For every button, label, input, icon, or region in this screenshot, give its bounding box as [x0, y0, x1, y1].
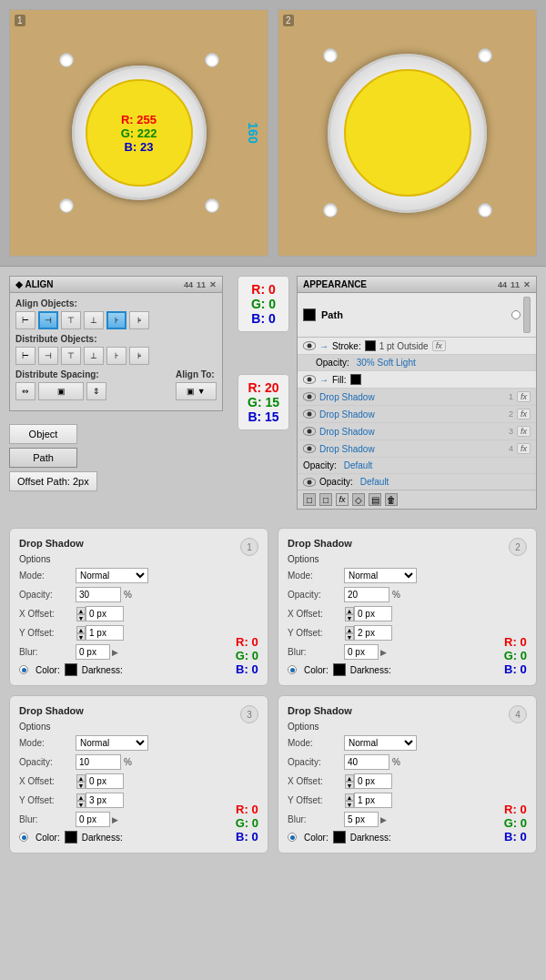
shadow2-blur-arrow[interactable]: ▶: [380, 648, 387, 657]
app-more-icon[interactable]: ▤: [369, 493, 381, 506]
shadow4-color-row: Color: Darkness:: [288, 831, 527, 844]
align-left-btn[interactable]: ⊢: [15, 311, 35, 329]
app-scrollbar[interactable]: [523, 297, 531, 333]
middle-section: ◆ ALIGN 44 11 ✕ Align Objects: ⊢ ⊣ ⊤ ⊥ ⊦…: [0, 267, 546, 519]
app-ds4-link[interactable]: Drop Shadow: [319, 444, 375, 454]
app-stroke-label[interactable]: →: [319, 341, 329, 351]
dist-center-v-btn[interactable]: ⊦: [106, 347, 126, 365]
align-title: ◆ ALIGN: [15, 279, 54, 289]
app-ds1-link[interactable]: Drop Shadow: [319, 392, 375, 402]
dist-top-btn[interactable]: ⊥: [84, 347, 104, 365]
app-ctrl-11: 11: [511, 280, 520, 289]
offset-path-button[interactable]: Offset Path: 2px: [9, 471, 97, 491]
app-path-label: Path: [321, 309, 343, 320]
app-opacity2-value[interactable]: Default: [344, 460, 373, 470]
shadow2-y-stepper[interactable]: ▲▼: [345, 626, 354, 641]
dist-center-h-btn[interactable]: ⊣: [38, 347, 58, 365]
shadow2-x-input[interactable]: [354, 606, 392, 621]
shadow3-blur-input[interactable]: [76, 812, 110, 827]
shadow2-x-row: X Offset: ▲▼: [288, 606, 527, 621]
app-bottom-bar: □ □ fx ◇ ▤ 🗑: [298, 490, 536, 509]
align-bottom-btn[interactable]: ⊧: [129, 311, 149, 329]
eye-stroke-icon[interactable]: [303, 341, 316, 350]
shadow4-y-input[interactable]: [354, 793, 392, 808]
close-icon[interactable]: ✕: [209, 280, 217, 289]
shadow4-mode-select[interactable]: Normal: [344, 735, 417, 751]
shadow1-blur-arrow[interactable]: ▶: [112, 648, 118, 657]
eye-ds2-icon[interactable]: [303, 409, 316, 419]
dist-right-btn[interactable]: ⊤: [61, 347, 81, 365]
shadow4-blur-input[interactable]: [344, 812, 379, 827]
app-fill-arrow[interactable]: →: [319, 375, 329, 385]
shadow1-blur-row: Blur: ▶: [19, 644, 258, 660]
eye-fill-icon[interactable]: [303, 375, 316, 384]
shadow2-blur-input[interactable]: [344, 644, 379, 660]
app-stroke-color[interactable]: [365, 340, 376, 351]
shadow3-color-radio[interactable]: [19, 833, 28, 842]
align-center-h-btn[interactable]: ⊣: [38, 311, 58, 329]
shadow2-rgb-box: R: 0 G: 0 B: 0: [504, 635, 527, 676]
shadow2-color-box[interactable]: [333, 663, 346, 676]
app-close-icon[interactable]: ✕: [523, 280, 531, 289]
shadow1-opacity-input[interactable]: [76, 587, 121, 602]
shadow1-color-radio[interactable]: [19, 665, 28, 674]
eye-ds3-icon[interactable]: [303, 427, 316, 436]
shadow3-mode-select[interactable]: Normal: [76, 735, 148, 751]
shadow4-x-stepper[interactable]: ▲▼: [345, 774, 354, 789]
shadow3-opacity-input[interactable]: [76, 754, 121, 770]
shadow2-mode-select[interactable]: Normal: [344, 568, 417, 583]
eye-ds4-icon[interactable]: [303, 444, 316, 453]
app-ds2-link[interactable]: Drop Shadow: [319, 409, 375, 419]
eye-opacity3-icon[interactable]: [303, 478, 316, 487]
shadow3-blur-area: ▶: [76, 812, 118, 827]
shadow2-color-radio[interactable]: [288, 665, 297, 674]
path-button[interactable]: Path: [9, 448, 77, 468]
canvas-panel-1: 1 160 ◄ ► 160: [9, 9, 268, 257]
app-add-icon[interactable]: □: [303, 493, 316, 506]
align-center-v-btn[interactable]: ⊦: [106, 311, 126, 329]
shadow4-color-box[interactable]: [333, 831, 346, 844]
shadow3-y-stepper[interactable]: ▲▼: [76, 793, 86, 808]
app-opacity1-label: Opacity:: [316, 358, 349, 368]
shadow4-y-stepper[interactable]: ▲▼: [345, 793, 354, 808]
dist-spacing-v-btn[interactable]: ⇕: [86, 382, 106, 400]
app-ds3-link[interactable]: Drop Shadow: [319, 427, 375, 437]
shadow1-y-input[interactable]: [86, 625, 124, 641]
shadow4-opacity-input[interactable]: [344, 754, 389, 770]
shadow1-blur-input[interactable]: [76, 644, 110, 660]
shadow1-color-box[interactable]: [65, 663, 77, 676]
shadow3-x-stepper[interactable]: ▲▼: [76, 774, 86, 789]
shadow4-blur-arrow[interactable]: ▶: [380, 815, 387, 824]
align-to-dropdown[interactable]: ▣ ▼: [176, 382, 217, 400]
shadow1-x-stepper[interactable]: ▲▼: [76, 607, 86, 621]
dist-bottom-btn[interactable]: ⊧: [129, 347, 149, 365]
shadow4-color-radio[interactable]: [288, 833, 297, 842]
shadow2-y-input[interactable]: [354, 625, 392, 641]
app-opacity3-value[interactable]: Default: [360, 477, 389, 487]
align-right-btn[interactable]: ⊤: [61, 311, 81, 329]
dist-spacing-h-btn[interactable]: ⇔: [15, 382, 35, 400]
shadow1-mode-select[interactable]: Normal: [76, 568, 148, 583]
app-rect-icon[interactable]: □: [319, 493, 332, 506]
app-fill-color[interactable]: [350, 374, 361, 385]
shadow1-options: Options: [19, 554, 258, 564]
shadow3-y-input[interactable]: [86, 793, 124, 808]
app-trash-icon[interactable]: 🗑: [385, 493, 398, 506]
shadow2-x-stepper[interactable]: ▲▼: [345, 607, 354, 621]
align-panel-controls: 44 11 ✕: [184, 280, 217, 289]
shadow4-x-input[interactable]: [354, 773, 392, 789]
eye-ds1-icon[interactable]: [303, 392, 316, 401]
shadow1-y-stepper[interactable]: ▲▼: [76, 626, 86, 641]
align-top-btn[interactable]: ⊥: [84, 311, 104, 329]
shadow3-x-input[interactable]: [86, 773, 124, 789]
shadow2-opacity-input[interactable]: [344, 587, 389, 602]
shadow3-blur-arrow[interactable]: ▶: [112, 815, 118, 824]
app-fx-icon[interactable]: fx: [336, 493, 349, 506]
app-delete-icon[interactable]: ◇: [352, 493, 365, 506]
dist-spacing-input[interactable]: ▣: [38, 382, 84, 400]
shadow1-x-input[interactable]: [86, 606, 124, 621]
dist-left-btn[interactable]: ⊢: [15, 347, 35, 365]
shadow3-badge: 3: [240, 705, 258, 723]
object-button[interactable]: Object: [9, 424, 77, 444]
shadow3-color-box[interactable]: [65, 831, 77, 844]
